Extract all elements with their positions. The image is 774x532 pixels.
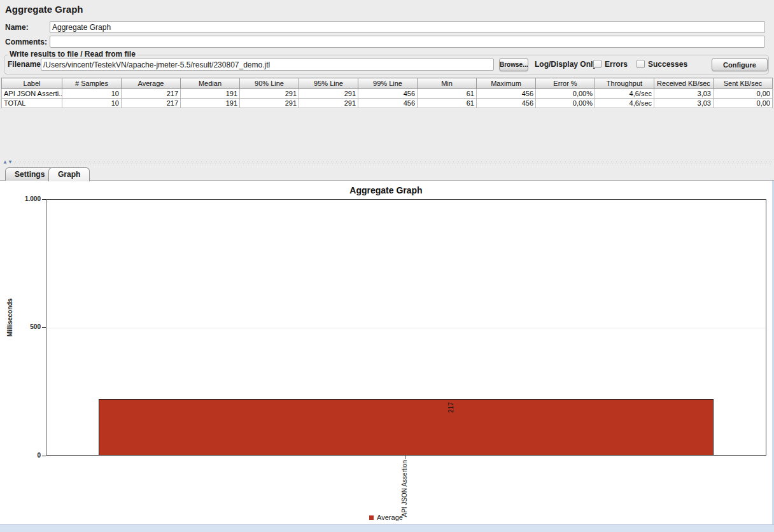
cell-sent: 0,00 <box>714 99 773 108</box>
column-header-label[interactable]: Label <box>2 78 62 89</box>
jmeter-aggregate-graph-panel: Aggregate Graph Name: Comments: Write re… <box>0 0 774 532</box>
configure-button[interactable]: Configure <box>712 58 768 71</box>
column-header-throughput[interactable]: Throughput <box>595 78 654 89</box>
cell-90line: 291 <box>240 89 299 99</box>
plot-area: 217 <box>46 199 766 456</box>
cell-95line: 291 <box>299 99 358 108</box>
bottom-panel-strip <box>0 524 774 532</box>
table-row-api-json-assertion[interactable]: API JSON Asserti... 10 217 191 291 291 4… <box>2 89 773 99</box>
cell-throughput: 4,6/sec <box>595 99 654 108</box>
chart-legend: Average <box>0 514 772 521</box>
cell-error: 0,00% <box>536 99 595 108</box>
y-tick-label-500: 500 <box>4 323 41 330</box>
tab-settings[interactable]: Settings <box>5 167 54 181</box>
filename-label: Filename <box>8 60 41 69</box>
filename-input[interactable] <box>41 59 494 71</box>
x-category-label: API JSON Assertion <box>401 460 408 517</box>
browse-button[interactable]: Browse... <box>499 58 528 71</box>
column-header-sent[interactable]: Sent KB/sec <box>714 78 773 89</box>
cell-99line: 456 <box>358 99 418 108</box>
column-header-maximum[interactable]: Maximum <box>477 78 536 89</box>
cell-received: 3,03 <box>654 99 714 108</box>
chart-panel: Aggregate Graph Milliseconds 1.000 500 0… <box>0 181 774 524</box>
cell-throughput: 4,6/sec <box>595 89 654 99</box>
errors-checkbox-label[interactable]: Errors <box>605 60 628 69</box>
column-header-average[interactable]: Average <box>122 78 181 89</box>
legend-average-label: Average <box>377 514 403 521</box>
y-axis-title: Milliseconds <box>6 298 13 337</box>
column-header-99line[interactable]: 99% Line <box>358 78 418 89</box>
successes-checkbox[interactable] <box>637 60 645 68</box>
aggregate-results-table: Label # Samples Average Median 90% Line … <box>1 78 773 108</box>
cell-sent: 0,00 <box>714 89 773 99</box>
column-header-received[interactable]: Received KB/sec <box>654 78 714 89</box>
write-results-group-title: Write results to file / Read from file <box>8 50 137 59</box>
legend-average-swatch <box>369 515 374 520</box>
cell-received: 3,03 <box>654 89 714 99</box>
y-tick-mark <box>42 456 46 456</box>
cell-maximum: 456 <box>477 89 536 99</box>
comments-input[interactable] <box>50 36 765 48</box>
splitter-drag-texture[interactable] <box>13 162 773 164</box>
cell-median: 191 <box>181 99 240 108</box>
cell-average: 217 <box>122 89 181 99</box>
cell-min: 61 <box>418 99 477 108</box>
column-header-90line[interactable]: 90% Line <box>240 78 299 89</box>
tab-graph[interactable]: Graph <box>48 167 90 181</box>
column-header-min[interactable]: Min <box>418 78 477 89</box>
y-tick-label-1000: 1.000 <box>4 195 41 202</box>
cell-samples: 10 <box>62 99 122 108</box>
cell-90line: 291 <box>240 99 299 108</box>
cell-error: 0,00% <box>536 89 595 99</box>
page-title: Aggregate Graph <box>5 4 83 15</box>
horizontal-splitter[interactable]: ▲ ▼ <box>0 159 774 167</box>
cell-maximum: 456 <box>477 99 536 108</box>
y-tick-label-0: 0 <box>4 452 41 459</box>
cell-99line: 456 <box>358 89 418 99</box>
column-header-samples[interactable]: # Samples <box>62 78 122 89</box>
bar-average-api-json-assertion <box>99 399 714 455</box>
chart-title: Aggregate Graph <box>0 185 772 195</box>
log-display-only-label: Log/Display Only: <box>535 60 600 69</box>
cell-label: API JSON Asserti... <box>2 89 62 99</box>
cell-samples: 10 <box>62 89 122 99</box>
successes-checkbox-label[interactable]: Successes <box>648 60 687 69</box>
cell-average: 217 <box>122 99 181 108</box>
name-input[interactable] <box>50 21 765 33</box>
table-header-row: Label # Samples Average Median 90% Line … <box>2 78 773 89</box>
splitter-collapse-down-icon[interactable]: ▼ <box>8 159 13 165</box>
cell-min: 61 <box>418 89 477 99</box>
cell-label: TOTAL <box>2 99 62 108</box>
splitter-collapse-up-icon[interactable]: ▲ <box>3 159 8 165</box>
x-tick-mark <box>405 456 405 459</box>
cell-median: 191 <box>181 89 240 99</box>
graph-settings-tabbar: Settings Graph <box>0 167 774 181</box>
column-header-error[interactable]: Error % <box>536 78 595 89</box>
errors-checkbox[interactable] <box>593 60 602 68</box>
column-header-95line[interactable]: 95% Line <box>299 78 358 89</box>
gridline-500 <box>46 328 766 328</box>
name-label: Name: <box>5 23 29 32</box>
bar-value-label: 217 <box>447 402 454 413</box>
table-row-total[interactable]: TOTAL 10 217 191 291 291 456 61 456 0,00… <box>2 99 773 108</box>
cell-95line: 291 <box>299 89 358 99</box>
comments-label: Comments: <box>5 38 47 46</box>
column-header-median[interactable]: Median <box>181 78 240 89</box>
